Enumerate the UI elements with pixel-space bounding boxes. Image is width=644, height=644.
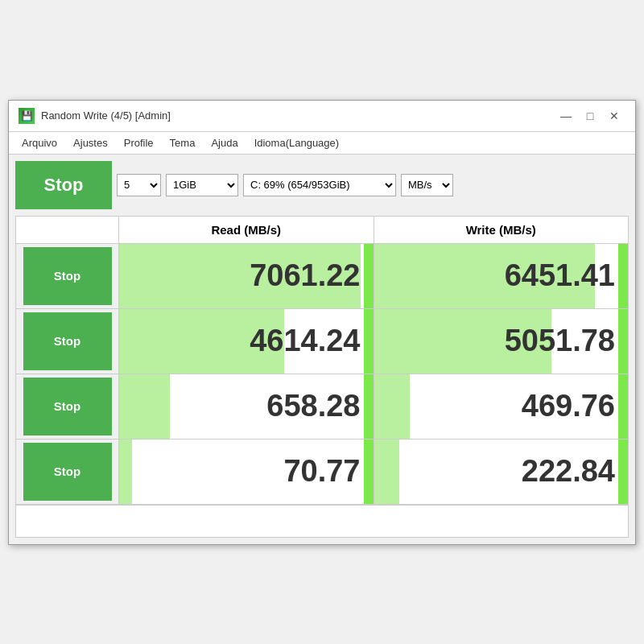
drive-select[interactable]: C: 69% (654/953GiB) <box>243 174 396 196</box>
menu-language[interactable]: Idioma(Language) <box>248 134 346 151</box>
menu-profile[interactable]: Profile <box>118 134 160 151</box>
read-header: Read (MB/s) <box>119 217 374 243</box>
write-value-4: 222.84 <box>374 440 629 504</box>
minimize-button[interactable]: — <box>555 107 577 125</box>
stop-button-4[interactable]: Stop <box>23 443 112 501</box>
table-header: Read (MB/s) Write (MB/s) <box>16 217 628 244</box>
window-title: Random Write (4/5) [Admin] <box>41 109 171 122</box>
menu-bar: Arquivo Ajustes Profile Tema Ajuda Idiom… <box>9 132 635 155</box>
stop-button-2[interactable]: Stop <box>23 312 112 370</box>
menu-tema[interactable]: Tema <box>163 134 202 151</box>
stop-cell-3: Stop <box>16 374 119 439</box>
write-value-1: 6451.41 <box>374 244 629 308</box>
toolbar: Stop 51234 1GiB512MiB2GiB C: 69% (654/95… <box>15 161 629 209</box>
stop-button-3[interactable]: Stop <box>23 378 112 436</box>
write-value-2: 5051.78 <box>374 309 629 374</box>
menu-ajuda[interactable]: Ajuda <box>204 134 244 151</box>
size-select[interactable]: 1GiB512MiB2GiB <box>166 174 238 196</box>
results-table: Read (MB/s) Write (MB/s) Stop 7061.22 64… <box>15 216 629 538</box>
maximize-button[interactable]: □ <box>579 107 601 125</box>
table-row: Stop 7061.22 6451.41 <box>16 244 628 309</box>
stop-button-1[interactable]: Stop <box>23 247 112 305</box>
unit-select[interactable]: MB/sGB/sIOPS <box>401 174 453 196</box>
table-row: Stop 4614.24 5051.78 <box>16 309 628 374</box>
main-window: 💾 Random Write (4/5) [Admin] — □ ✕ Arqui… <box>8 100 636 545</box>
read-value-4: 70.77 <box>119 440 374 504</box>
stop-cell-1: Stop <box>16 244 119 308</box>
write-value-3: 469.76 <box>374 374 629 439</box>
read-value-3: 658.28 <box>119 374 374 439</box>
window-controls: — □ ✕ <box>555 107 625 125</box>
header-spacer <box>16 217 119 243</box>
menu-ajustes[interactable]: Ajustes <box>67 134 114 151</box>
read-value-1: 7061.22 <box>119 244 374 308</box>
table-row: Stop 70.77 222.84 <box>16 440 628 505</box>
table-row: Stop 658.28 469.76 <box>16 374 628 440</box>
main-content: Stop 51234 1GiB512MiB2GiB C: 69% (654/95… <box>9 155 635 544</box>
read-value-2: 4614.24 <box>119 309 374 374</box>
menu-arquivo[interactable]: Arquivo <box>15 134 64 151</box>
app-icon: 💾 <box>19 108 35 124</box>
stop-cell-4: Stop <box>16 440 119 504</box>
title-bar: 💾 Random Write (4/5) [Admin] — □ ✕ <box>9 101 635 132</box>
write-header: Write (MB/s) <box>374 217 629 243</box>
close-button[interactable]: ✕ <box>603 107 625 125</box>
queue-select[interactable]: 51234 <box>117 174 161 196</box>
stop-button-main[interactable]: Stop <box>15 161 112 209</box>
stop-cell-2: Stop <box>16 309 119 374</box>
bottom-row <box>16 505 628 537</box>
